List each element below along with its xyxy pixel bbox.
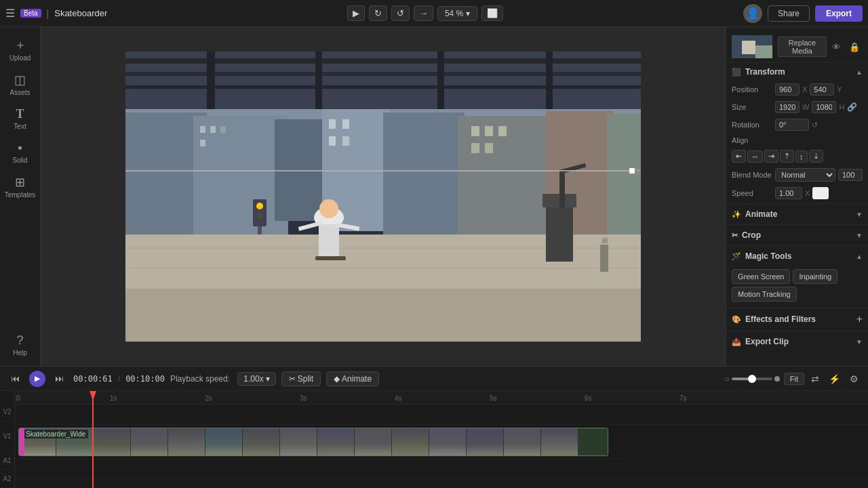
effects-title: 🎨 Effects and Filters bbox=[732, 314, 816, 324]
export-button[interactable]: Export bbox=[815, 5, 863, 22]
svg-rect-20 bbox=[220, 126, 226, 133]
align-label-row: Align bbox=[726, 134, 868, 147]
project-title[interactable]: Skateboarder bbox=[54, 8, 107, 18]
replace-media-button[interactable]: Replace Media bbox=[778, 37, 827, 57]
sidebar-item-upload[interactable]: ＋ Upload bbox=[3, 33, 38, 66]
selection-handle-right[interactable] bbox=[629, 167, 635, 174]
svg-rect-55 bbox=[755, 45, 772, 58]
motion-tracking-button[interactable]: Motion Tracking bbox=[732, 287, 797, 302]
position-x-input[interactable] bbox=[775, 83, 800, 96]
align-top-button[interactable]: ⇡ bbox=[780, 150, 794, 163]
animate-section-header[interactable]: ✨ Animate ▼ bbox=[726, 205, 868, 223]
export-clip-section-header[interactable]: 📤 Export Clip ▼ bbox=[726, 333, 868, 350]
playback-speed-button[interactable]: 1.00x ▾ bbox=[237, 372, 275, 386]
sidebar-item-text[interactable]: T Text bbox=[3, 103, 38, 134]
transform-icon: ⬛ bbox=[732, 68, 741, 77]
video-clip[interactable]: Skateboarder_Wide bbox=[18, 428, 608, 456]
skip-back-button[interactable]: ⏮ bbox=[7, 372, 24, 385]
svg-rect-27 bbox=[485, 126, 493, 136]
divider-1 bbox=[726, 203, 868, 204]
timeline-play-button[interactable]: ▶ bbox=[29, 371, 45, 387]
sidebar-item-assets[interactable]: ◫ Assets bbox=[3, 68, 38, 100]
upload-icon: ＋ bbox=[14, 37, 26, 53]
playhead[interactable] bbox=[92, 391, 94, 488]
timeline-animate-button[interactable]: ◆ Animate bbox=[326, 371, 379, 386]
split-button[interactable]: ✂ Split bbox=[281, 371, 321, 386]
zoom-slider[interactable] bbox=[732, 378, 772, 380]
main-area: ＋ Upload ◫ Assets T Text ▪ Solid ⊞ Templ… bbox=[0, 27, 868, 366]
aspect-ratio-button[interactable]: ⬜ bbox=[481, 5, 503, 21]
opacity-input[interactable] bbox=[838, 169, 863, 181]
split-label: Split bbox=[298, 374, 313, 384]
crop-section-header[interactable]: ✂ Crop ▼ bbox=[726, 226, 868, 244]
svg-rect-54 bbox=[742, 41, 755, 54]
undo-button[interactable]: ↺ bbox=[391, 5, 410, 21]
svg-rect-3 bbox=[125, 72, 641, 76]
canvas-area[interactable] bbox=[41, 27, 726, 366]
track-v1: Skateboarder_Wide bbox=[15, 425, 868, 459]
sidebar-item-templates[interactable]: ⊞ Templates bbox=[3, 171, 38, 203]
assets-icon: ◫ bbox=[14, 73, 26, 87]
track-label-a1: A1 bbox=[0, 451, 14, 470]
size-row: Size W H 🔗 bbox=[726, 98, 868, 116]
align-left-button[interactable]: ⇤ bbox=[732, 150, 746, 163]
size-w-input[interactable] bbox=[775, 101, 800, 113]
avatar[interactable]: 👤 bbox=[743, 4, 762, 23]
align-right-button[interactable]: ⇥ bbox=[764, 150, 778, 163]
position-y-label: Y bbox=[837, 85, 842, 94]
svg-rect-24 bbox=[329, 136, 336, 146]
inpainting-button[interactable]: Inpainting bbox=[793, 269, 837, 284]
position-y-input[interactable] bbox=[810, 83, 834, 96]
redo-button[interactable]: ↻ bbox=[369, 5, 387, 21]
effects-label: Effects and Filters bbox=[745, 314, 816, 324]
sidebar-item-help[interactable]: ? Help bbox=[3, 329, 38, 361]
clip-start-handle[interactable] bbox=[19, 428, 24, 455]
size-h-label: H bbox=[839, 103, 844, 111]
forward-button[interactable]: → bbox=[414, 5, 433, 21]
timeline-layers-icon[interactable]: ⚡ bbox=[826, 372, 843, 386]
share-button[interactable]: Share bbox=[768, 5, 810, 22]
playback-speed-label: Playback speed: 1.00x ▾ bbox=[170, 372, 276, 386]
separator: | bbox=[47, 8, 50, 19]
speed-input[interactable] bbox=[775, 187, 802, 199]
media-visibility-button[interactable]: 👁 bbox=[829, 41, 844, 54]
rotation-input[interactable] bbox=[775, 119, 809, 131]
media-lock-button[interactable]: 🔒 bbox=[846, 41, 863, 54]
fit-button[interactable]: Fit bbox=[784, 373, 804, 385]
align-center-v-button[interactable]: ↕ bbox=[795, 150, 808, 163]
lock-aspect-icon[interactable]: 🔗 bbox=[847, 102, 857, 112]
green-screen-button[interactable]: Green Screen bbox=[732, 269, 790, 284]
magic-tools-section-header[interactable]: 🪄 Magic Tools ▲ bbox=[726, 247, 868, 265]
svg-rect-5 bbox=[207, 52, 215, 109]
topbar-center: ▶ ↻ ↺ → 54 % ▾ ⬜ bbox=[347, 5, 503, 21]
text-icon: T bbox=[16, 107, 24, 121]
timeline: ⏮ ▶ ⏭ 00:00:61 / 00:10:00 Playback speed… bbox=[0, 366, 868, 488]
size-h-input[interactable] bbox=[812, 101, 836, 113]
sidebar-item-solid[interactable]: ▪ Solid bbox=[3, 137, 38, 168]
rotation-row: Rotation ↺ bbox=[726, 116, 868, 134]
svg-rect-4 bbox=[125, 85, 641, 89]
topbar: ☰ Beta | Skateboarder ▶ ↻ ↺ → 54 % ▾ ⬜ 👤… bbox=[0, 0, 868, 27]
skip-forward-button[interactable]: ⏭ bbox=[51, 372, 68, 385]
ruler-mark-1s: 1s bbox=[110, 394, 117, 402]
effects-add-button[interactable]: + bbox=[856, 313, 863, 325]
clip-label: Skateboarder_Wide bbox=[23, 430, 88, 439]
effects-section-header[interactable]: 🎨 Effects and Filters + bbox=[726, 309, 868, 329]
track-labels: V2 V1 A1 A2 bbox=[0, 391, 15, 488]
track-a2 bbox=[15, 479, 868, 488]
timeline-settings-icon[interactable]: ⇄ bbox=[808, 372, 822, 386]
transform-section-header[interactable]: ⬛ Transform ▲ bbox=[726, 63, 868, 81]
play-button[interactable]: ▶ bbox=[347, 5, 365, 21]
blend-mode-select[interactable]: Normal Multiply Screen bbox=[775, 168, 835, 182]
time-separator: / bbox=[118, 374, 120, 384]
menu-icon[interactable]: ☰ bbox=[5, 7, 15, 20]
track-content[interactable]: 0 1s 2s 3s 4s 5s 6s 7s bbox=[15, 391, 868, 488]
align-bottom-button[interactable]: ⇣ bbox=[809, 150, 823, 163]
zoom-control[interactable]: 54 % ▾ bbox=[437, 6, 477, 21]
sidebar-item-label: Templates bbox=[5, 191, 36, 199]
align-buttons-row: ⇤ ↔ ⇥ ⇡ ↕ ⇣ bbox=[726, 147, 868, 165]
blend-mode-row: Blend Mode Normal Multiply Screen bbox=[726, 165, 868, 184]
align-center-h-button[interactable]: ↔ bbox=[747, 150, 763, 163]
ruler-mark-0: 0 bbox=[16, 394, 20, 402]
timeline-options-icon[interactable]: ⚙ bbox=[847, 372, 861, 386]
